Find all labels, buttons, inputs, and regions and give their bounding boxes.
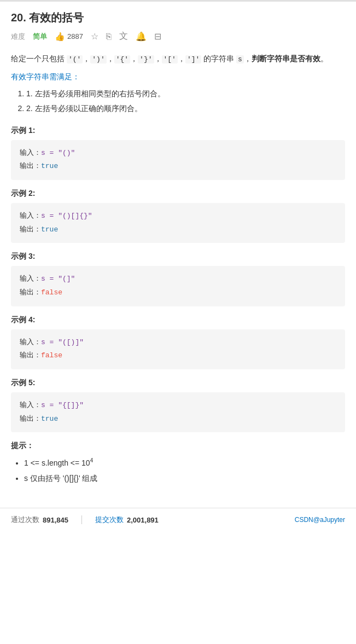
example-1-box: 输入：s = "()" 输出：true: [11, 140, 345, 180]
hints-title: 提示：: [11, 441, 345, 451]
hint-item-2: s 仅由括号 '()[]{}' 组成: [24, 471, 345, 486]
hints-section: 提示： 1 <= s.length <= 104 s 仅由括号 '()[]{}'…: [11, 441, 345, 486]
example-3: 示例 3: 输入：s = "(]" 输出：false: [11, 252, 345, 306]
problem-description: 给定一个只包括 '('，')'，'{'，'}'，'['，']' 的字符串 s，判…: [11, 52, 345, 66]
hint-item-1: 1 <= s.length <= 104: [24, 455, 345, 471]
conditions-title-text: 有效字符串需满足：: [11, 72, 80, 81]
footer-bar: 通过次数 891,845 提交次数 2,001,891 CSDN@aJupyte…: [0, 508, 356, 531]
example-4: 示例 4: 输入：s = "([)]" 输出：false: [11, 315, 345, 369]
example-3-box: 输入：s = "(]" 输出：false: [11, 266, 345, 306]
examples-section: 示例 1: 输入：s = "()" 输出：true 示例 2: 输入：s = "…: [11, 126, 345, 433]
example-5-label: 示例 5:: [11, 378, 345, 388]
problem-title-text: 有效的括号: [29, 11, 84, 24]
example-3-output: 输出：false: [20, 286, 336, 300]
translate-icon[interactable]: 文: [119, 31, 128, 42]
pass-stat: 通过次数 891,845: [11, 515, 68, 525]
meta-bar: 难度 简单 👍 2887 ☆ ⎘ 文 🔔 ⊟: [11, 31, 345, 42]
share-icon[interactable]: ⎘: [106, 32, 112, 42]
hint-1-text: 1 <= s.length <= 104: [24, 459, 93, 467]
example-2-label: 示例 2:: [11, 189, 345, 199]
example-2-input: 输入：s = "()[]{}": [20, 210, 336, 223]
submit-value: 2,001,891: [127, 516, 159, 524]
example-2-box: 输入：s = "()[]{}" 输出：true: [11, 203, 345, 243]
example-3-input: 输入：s = "(]": [20, 272, 336, 286]
footer-brand: CSDN@aJupyter: [295, 516, 345, 524]
brand-at: @aJupyter: [313, 516, 345, 524]
conditions-title: 有效字符串需满足：: [11, 72, 345, 82]
pass-value: 891,845: [43, 516, 68, 524]
footer-divider: [81, 515, 82, 524]
example-4-output: 输出：false: [20, 349, 336, 363]
submit-stat: 提交次数 2,001,891: [95, 515, 159, 525]
example-1-input: 输入：s = "()": [20, 147, 336, 160]
example-1-output: 输出：true: [20, 160, 336, 173]
conditions-list: 左括号必须用相同类型的右括号闭合。 左括号必须以正确的顺序闭合。: [11, 86, 345, 115]
brand-text: CSDN: [295, 516, 313, 524]
submit-label: 提交次数: [95, 515, 124, 525]
example-3-label: 示例 3:: [11, 252, 345, 262]
example-1: 示例 1: 输入：s = "()" 输出：true: [11, 126, 345, 180]
problem-title: 20. 有效的括号: [11, 10, 345, 25]
main-content: 20. 有效的括号 难度 简单 👍 2887 ☆ ⎘ 文 🔔 ⊟ 给定一个只包括…: [0, 2, 356, 508]
bookmark-icon[interactable]: ⊟: [154, 31, 161, 42]
thumbs-up-icon: 👍: [55, 32, 65, 42]
difficulty-label: 难度: [11, 32, 25, 42]
example-5-box: 输入：s = "{[]}" 输出：true: [11, 392, 345, 432]
hints-list: 1 <= s.length <= 104 s 仅由括号 '()[]{}' 组成: [11, 455, 345, 486]
example-1-label: 示例 1:: [11, 126, 345, 136]
hint-2-text: s 仅由括号 '()[]{}' 组成: [24, 474, 97, 483]
problem-number: 20.: [11, 11, 26, 24]
like-count: 2887: [67, 32, 83, 40]
example-5-input: 输入：s = "{[]}": [20, 399, 336, 413]
bell-icon[interactable]: 🔔: [136, 31, 147, 42]
like-button[interactable]: 👍 2887: [55, 32, 83, 42]
pass-label: 通过次数: [11, 515, 39, 525]
example-2: 示例 2: 输入：s = "()[]{}" 输出：true: [11, 189, 345, 243]
example-4-box: 输入：s = "([)]" 输出：false: [11, 329, 345, 369]
example-4-input: 输入：s = "([)]": [20, 336, 336, 350]
example-5-output: 输出：true: [20, 413, 336, 426]
condition-item: 左括号必须用相同类型的右括号闭合。: [26, 86, 345, 101]
difficulty-value: 简单: [33, 32, 47, 42]
condition-item: 左括号必须以正确的顺序闭合。: [26, 101, 345, 116]
example-5: 示例 5: 输入：s = "{[]}" 输出：true: [11, 378, 345, 432]
example-2-output: 输出：true: [20, 223, 336, 237]
star-icon[interactable]: ☆: [91, 31, 98, 42]
example-4-label: 示例 4:: [11, 315, 345, 325]
